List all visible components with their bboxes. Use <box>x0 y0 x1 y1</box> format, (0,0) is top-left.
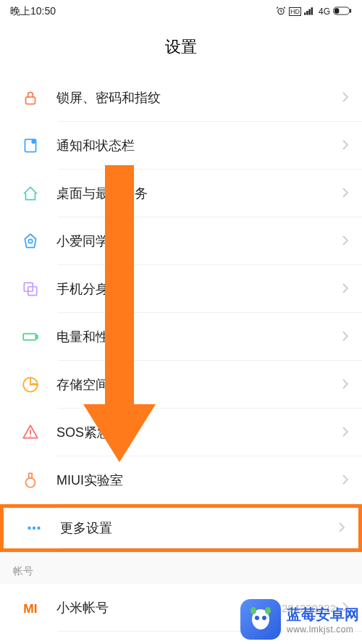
chevron-right-icon <box>342 425 349 441</box>
home-icon <box>9 184 52 203</box>
svg-point-28 <box>265 607 271 614</box>
svg-point-20 <box>33 527 35 530</box>
settings-list: 锁屏、密码和指纹通知和状态栏桌面与最近任务小爱同学手机分身电量和性存储空间SOS… <box>0 74 362 632</box>
svg-point-17 <box>26 478 35 488</box>
settings-item-more[interactable]: 更多设置 <box>0 504 362 552</box>
watermark-url: www.lmkjst.com <box>287 624 359 635</box>
svg-point-27 <box>251 607 256 614</box>
watermark-logo <box>240 599 281 640</box>
svg-rect-6 <box>350 9 351 13</box>
settings-item-xiaoai[interactable]: 小爱同学 <box>0 217 362 265</box>
svg-point-11 <box>28 239 32 243</box>
mi-icon: MI <box>9 598 52 617</box>
lock-icon <box>9 88 52 107</box>
status-bar: 晚上10:50 HD 4G <box>0 0 362 23</box>
svg-rect-2 <box>306 11 308 15</box>
signal-icon <box>304 7 316 17</box>
svg-rect-1 <box>304 12 306 14</box>
svg-rect-15 <box>36 335 38 338</box>
settings-item-storage[interactable]: 存储空间 <box>0 361 362 409</box>
chevron-right-icon <box>342 472 349 489</box>
chevron-right-icon <box>342 185 349 202</box>
sos-icon <box>9 423 52 442</box>
svg-point-25 <box>255 616 259 620</box>
battery-icon <box>333 7 352 17</box>
item-label: 通知和状态栏 <box>52 137 342 154</box>
svg-rect-8 <box>26 97 35 104</box>
svg-point-19 <box>28 527 30 530</box>
chevron-right-icon <box>338 520 345 537</box>
svg-rect-14 <box>23 334 35 340</box>
notification-icon <box>9 136 52 155</box>
settings-item-lock[interactable]: 锁屏、密码和指纹 <box>0 74 362 122</box>
svg-rect-4 <box>311 7 313 14</box>
alarm-icon <box>276 6 286 18</box>
watermark-title: 蓝莓安卓网 <box>287 605 359 624</box>
lab-icon <box>9 471 52 490</box>
chevron-right-icon <box>342 138 349 154</box>
section-header-account: 帐号 <box>0 552 362 584</box>
item-label: 小爱同学 <box>52 233 342 250</box>
svg-point-26 <box>262 616 266 620</box>
svg-point-10 <box>32 140 35 143</box>
settings-item-clone[interactable]: 手机分身 <box>0 265 362 313</box>
storage-icon <box>9 375 52 394</box>
page-title: 设置 <box>0 23 362 74</box>
xiaoai-icon <box>9 232 52 251</box>
svg-rect-18 <box>29 473 32 478</box>
watermark: 蓝莓安卓网 www.lmkjst.com <box>240 599 359 640</box>
settings-item-notification[interactable]: 通知和状态栏 <box>0 122 362 170</box>
chevron-right-icon <box>342 281 349 298</box>
item-label: MIUI实验室 <box>52 472 342 489</box>
item-label: 锁屏、密码和指纹 <box>52 89 342 106</box>
chevron-right-icon <box>342 233 349 250</box>
chevron-right-icon <box>342 90 349 106</box>
battery-icon <box>9 327 52 346</box>
item-label: 存储空间 <box>52 376 342 393</box>
network-label: 4G <box>319 7 330 17</box>
svg-text:MI: MI <box>23 601 37 616</box>
item-label: SOS紧急 <box>52 424 342 441</box>
item-label: 电量和性 <box>52 328 342 346</box>
item-label: 手机分身 <box>52 280 342 298</box>
settings-item-lab[interactable]: MIUI实验室 <box>0 456 362 504</box>
status-time: 晚上10:50 <box>10 5 56 18</box>
item-label: 桌面与最近任务 <box>52 185 342 202</box>
svg-rect-3 <box>308 9 310 14</box>
status-indicators: HD 4G <box>276 6 352 18</box>
more-icon <box>12 519 56 538</box>
svg-point-21 <box>37 527 40 530</box>
hd-icon: HD <box>289 7 301 16</box>
item-label: 更多设置 <box>56 519 338 537</box>
settings-item-battery[interactable]: 电量和性 <box>0 313 362 361</box>
settings-item-home[interactable]: 桌面与最近任务 <box>0 170 362 217</box>
svg-rect-7 <box>334 8 340 13</box>
chevron-right-icon <box>342 329 349 346</box>
settings-item-sos[interactable]: SOS紧急 <box>0 409 362 456</box>
chevron-right-icon <box>342 377 349 393</box>
clone-icon <box>9 280 52 298</box>
